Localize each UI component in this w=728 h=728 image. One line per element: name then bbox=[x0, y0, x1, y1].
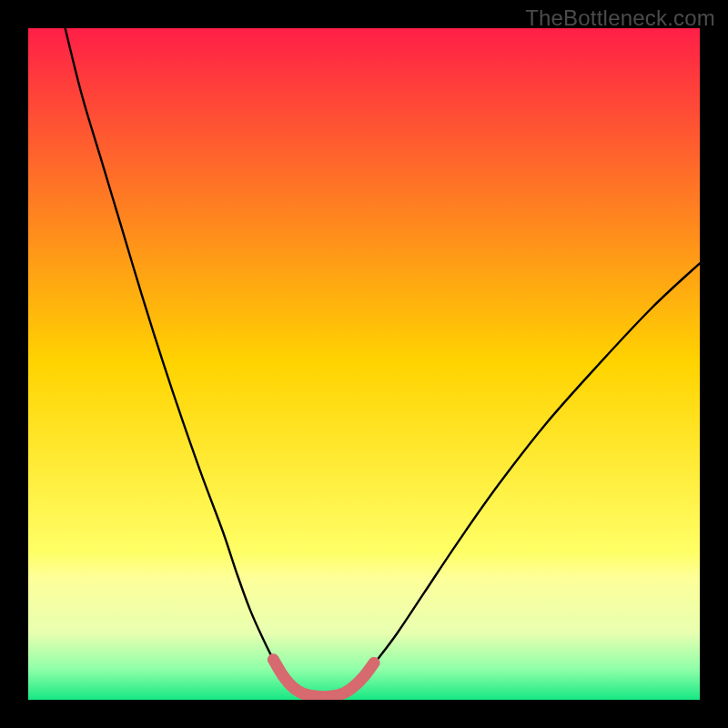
watermark-text: TheBottleneck.com bbox=[525, 5, 715, 31]
outer-frame: TheBottleneck.com bbox=[0, 0, 728, 728]
chart-svg bbox=[28, 28, 700, 700]
plot-area bbox=[28, 28, 700, 700]
